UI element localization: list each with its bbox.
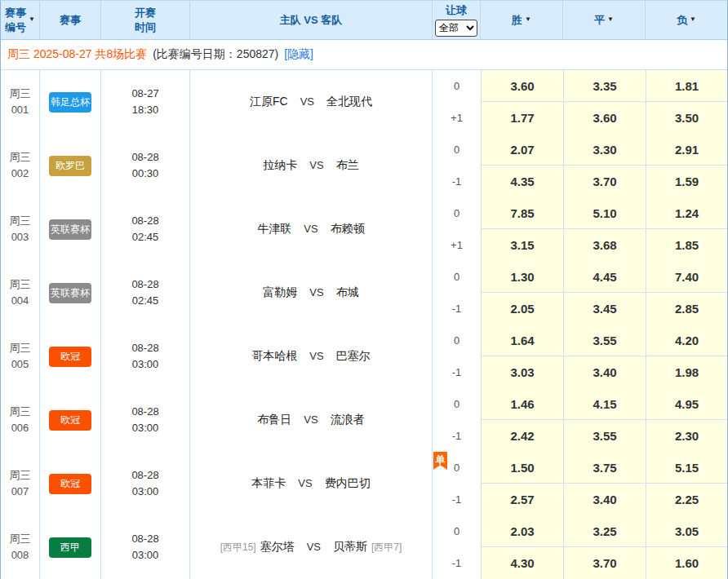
header-win[interactable]: 胜 ▼ <box>481 1 563 39</box>
odds-draw[interactable]: 5.10 <box>563 197 646 229</box>
away-team: 布赖顿 <box>331 220 365 238</box>
handicap-value: 0 <box>454 144 459 156</box>
handicap-cell: 0 <box>433 197 481 229</box>
match-row: 周三 004 英联赛杯 08-28 02:45 富勒姆 VS 布城 0 1.30… <box>1 261 727 325</box>
handicap-cell: 0 <box>433 388 481 420</box>
odds-win[interactable]: 4.30 <box>481 547 563 579</box>
odds-lose[interactable]: 2.91 <box>646 134 727 166</box>
odds-lose[interactable]: 1.85 <box>646 229 727 261</box>
odds-win[interactable]: 1.46 <box>481 388 563 420</box>
match-number: 005 <box>11 356 29 373</box>
start-time-cell: 08-28 00:30 <box>101 134 190 197</box>
match-date: 08-28 <box>131 340 158 356</box>
home-team: 本菲卡 <box>251 475 286 493</box>
odds-draw[interactable]: 3.35 <box>563 70 646 102</box>
sort-arrow-icon: ▼ <box>690 15 696 24</box>
odds-lose[interactable]: 2.30 <box>646 420 727 452</box>
odds-win[interactable]: 2.03 <box>481 515 563 547</box>
match-number-cell: 周三 002 <box>1 134 40 197</box>
match-row: 周三 008 西甲 08-28 03:00 [西甲15] 塞尔塔 VS 贝蒂斯 … <box>1 515 727 579</box>
header-draw-label: 平 <box>594 13 605 28</box>
header-lose[interactable]: 负 ▼ <box>646 1 727 39</box>
odds-win[interactable]: 3.60 <box>481 70 563 102</box>
odds-lose[interactable]: 1.24 <box>646 197 727 229</box>
odds-win[interactable]: 7.85 <box>481 197 563 229</box>
away-rank: [西甲7] <box>371 540 402 555</box>
odds-win[interactable]: 2.07 <box>481 134 563 166</box>
odds-lose[interactable]: 5.15 <box>646 452 727 484</box>
handicap-value: 0 <box>454 398 459 410</box>
odds-lose[interactable]: 3.50 <box>646 102 727 134</box>
handicap-cell: -1 <box>433 356 481 388</box>
odds-draw[interactable]: 3.68 <box>563 229 646 261</box>
odds-draw[interactable]: 4.45 <box>563 261 646 293</box>
odds-lose[interactable]: 1.98 <box>646 356 727 388</box>
odds-draw[interactable]: 3.70 <box>563 166 646 197</box>
odds-draw[interactable]: 4.15 <box>563 388 646 420</box>
teams-cell: 本菲卡 VS 费内巴切 <box>190 452 433 515</box>
odds-draw[interactable]: 3.75 <box>563 452 646 484</box>
odds-win[interactable]: 1.30 <box>481 261 563 293</box>
match-number-cell: 周三 004 <box>1 261 40 325</box>
vs-label: VS <box>309 157 323 174</box>
start-time-cell: 08-28 03:00 <box>101 452 190 515</box>
home-team: 塞尔塔 <box>260 538 295 556</box>
league-cell: 欧冠 <box>40 325 101 388</box>
odds-win[interactable]: 4.35 <box>481 166 563 197</box>
odds-win[interactable]: 3.15 <box>481 229 563 261</box>
odds-lose[interactable]: 1.60 <box>646 547 727 579</box>
handicap-value: -1 <box>452 366 462 378</box>
match-day: 周三 <box>10 149 31 166</box>
match-number-cell: 周三 003 <box>1 197 40 261</box>
match-time: 03:00 <box>132 484 159 500</box>
header-match-no[interactable]: 赛事 编号 ▼ <box>1 1 40 39</box>
odds-lose[interactable]: 1.81 <box>646 70 727 102</box>
home-team: 哥本哈根 <box>251 347 297 365</box>
vs-label: VS <box>307 539 321 555</box>
odds-area: 0 2.03 3.25 3.05 -1 4.30 3.70 1.60 <box>433 515 727 579</box>
league-cell: 英联赛杯 <box>40 197 101 261</box>
odds-lose[interactable]: 3.05 <box>646 515 727 547</box>
odds-draw[interactable]: 3.45 <box>563 293 646 325</box>
odds-draw[interactable]: 3.55 <box>563 325 646 356</box>
odds-win[interactable]: 2.57 <box>481 484 563 515</box>
away-team: 贝蒂斯 <box>333 538 367 556</box>
vs-label: VS <box>304 221 317 237</box>
odds-win[interactable]: 1.50 <box>481 452 563 484</box>
match-day: 周三 <box>10 404 31 420</box>
odds-draw[interactable]: 3.55 <box>563 420 646 452</box>
header-draw[interactable]: 平 ▼ <box>563 1 646 39</box>
odds-lose[interactable]: 1.59 <box>646 166 727 197</box>
odds-win[interactable]: 1.77 <box>481 102 563 134</box>
odds-lose[interactable]: 7.40 <box>646 261 727 293</box>
odds-area: 单 0 1.50 3.75 5.15 -1 2.57 3.40 2.25 <box>433 452 727 515</box>
odds-draw[interactable]: 3.30 <box>563 134 646 166</box>
odds-lose[interactable]: 4.95 <box>646 388 727 420</box>
odds-draw[interactable]: 3.40 <box>563 484 646 515</box>
away-team: 布城 <box>336 284 359 302</box>
odds-win[interactable]: 3.03 <box>481 356 563 388</box>
vs-label: VS <box>309 285 323 301</box>
handicap-value: -1 <box>452 493 462 506</box>
odds-win[interactable]: 2.05 <box>481 293 563 325</box>
header-teams-label: 主队 VS 客队 <box>280 13 343 28</box>
home-team: 拉纳卡 <box>263 157 297 175</box>
handicap-value: -1 <box>452 557 462 569</box>
odds-lose[interactable]: 2.85 <box>646 293 727 325</box>
teams-cell: 布鲁日 VS 流浪者 <box>190 388 433 452</box>
odds-draw[interactable]: 3.60 <box>563 102 646 134</box>
odds-lose[interactable]: 2.25 <box>646 484 727 515</box>
odds-win[interactable]: 1.64 <box>481 325 563 356</box>
handicap-value: -1 <box>452 303 462 315</box>
odds-win[interactable]: 2.42 <box>481 420 563 452</box>
teams-cell: 江原FC VS 全北现代 <box>190 70 433 134</box>
league-badge: 欧冠 <box>49 410 91 431</box>
handicap-filter-select[interactable]: 全部 <box>435 20 477 37</box>
odds-lose[interactable]: 4.20 <box>646 325 727 356</box>
home-team: 布鲁日 <box>257 411 291 429</box>
odds-draw[interactable]: 3.40 <box>563 356 646 388</box>
hide-link[interactable]: [隐藏] <box>284 47 313 62</box>
odds-draw[interactable]: 3.70 <box>563 547 646 579</box>
sort-arrow-icon: ▼ <box>607 15 614 24</box>
odds-draw[interactable]: 3.25 <box>563 515 646 547</box>
